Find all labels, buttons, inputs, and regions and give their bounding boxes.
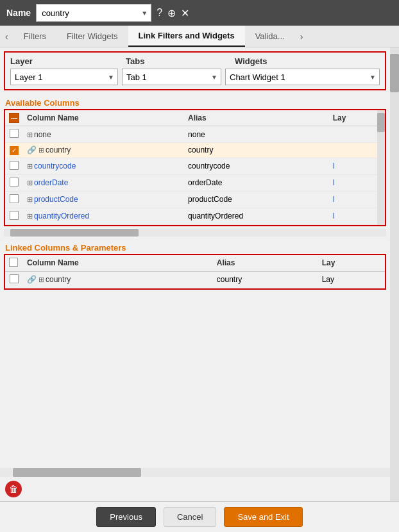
layer-select-wrap[interactable]: Layer 1 <box>10 69 118 85</box>
trash-icon: 🗑 <box>9 484 18 494</box>
delete-button[interactable]: 🗑 <box>5 481 22 497</box>
main-scroll-content: Layer Tabs Widgets Layer 1 Tab 1 C <box>0 47 390 501</box>
avail-col-check-cell[interactable] <box>5 126 23 143</box>
available-cols-header-lay: Lay <box>329 110 377 126</box>
header-icons: ? ⊕ ✕ <box>157 7 189 19</box>
avail-col-checkbox[interactable] <box>10 211 19 220</box>
avail-col-name-cell: ⊞countrycode <box>23 158 184 174</box>
name-select-wrap[interactable]: country <box>36 4 151 22</box>
move-icon[interactable]: ⊕ <box>167 7 176 19</box>
help-icon[interactable]: ? <box>157 7 162 19</box>
cancel-button[interactable]: Cancel <box>164 507 216 527</box>
col-name-text: quantityOrdered <box>34 212 89 220</box>
avail-col-checkbox[interactable] <box>10 161 19 170</box>
lay-value: l <box>333 178 335 187</box>
linked-columns-table-container: Column Name Alias Lay 🔗⊞countrycountryLa… <box>4 254 386 290</box>
avail-col-name-cell: 🔗⊞country <box>23 143 184 158</box>
layer-select[interactable]: Layer 1 <box>10 69 118 85</box>
col-type-icon: ⊞ <box>27 179 33 187</box>
close-icon[interactable]: ✕ <box>181 7 189 19</box>
col-name-text: country <box>46 275 71 284</box>
selectors-row: Layer 1 Tab 1 Chart Widget 1 <box>10 69 380 85</box>
linked-columns-title: Linked Columns & Parameters <box>0 239 390 254</box>
available-col-row: ⊞nonenone <box>5 126 377 143</box>
tab-valida[interactable]: Valida... <box>245 26 295 46</box>
avail-col-lay-cell: l <box>329 174 377 191</box>
col-type-icon: ⊞ <box>27 195 33 203</box>
avail-col-lay-cell: l <box>329 191 377 208</box>
main-wrapper: Layer Tabs Widgets Layer 1 Tab 1 C <box>0 47 399 501</box>
avail-col-check-cell[interactable] <box>5 174 23 191</box>
linked-col-checkbox[interactable] <box>10 274 19 283</box>
bottom-hscroll-thumb <box>13 468 141 477</box>
avail-col-lay-cell: l <box>329 158 377 174</box>
tabs-bar: ‹ Filters Filter Widgets Link Filters an… <box>0 26 399 47</box>
widgets-select-wrap[interactable]: Chart Widget 1 <box>225 69 380 85</box>
tabs-select-wrap[interactable]: Tab 1 <box>122 69 221 85</box>
linked-cols-header-name: Column Name <box>23 255 213 272</box>
linked-cols-header-check <box>5 255 23 272</box>
col-name-text: countrycode <box>34 162 76 170</box>
tab-left-arrow[interactable]: ‹ <box>0 26 13 47</box>
avail-col-name-cell: ⊞none <box>23 126 184 143</box>
widgets-select[interactable]: Chart Widget 1 <box>225 69 380 85</box>
available-cols-header-row: Column Name Alias Lay <box>5 110 377 126</box>
available-cols-header-check <box>5 110 23 126</box>
name-dropdown[interactable]: country <box>36 4 151 22</box>
linked-header-checkbox[interactable] <box>9 258 18 267</box>
lay-value: l <box>333 212 335 220</box>
avail-col-lay-cell: l <box>329 208 377 224</box>
available-columns-table: Column Name Alias Lay ⊞nonenone🔗⊞country… <box>5 110 377 225</box>
col-type-icon: ⊞ <box>27 212 33 220</box>
selectors-section: Layer Tabs Widgets Layer 1 Tab 1 C <box>4 51 386 90</box>
avail-cols-hscroll[interactable] <box>4 229 386 237</box>
avail-col-checkbox[interactable] <box>10 178 19 187</box>
avail-col-checkbox[interactable] <box>10 146 19 155</box>
save-exit-button[interactable]: Save and Exit <box>224 507 302 527</box>
tab-link-filters[interactable]: Link Filters and Widgets <box>128 26 245 47</box>
col-name-text: productCode <box>34 195 78 204</box>
avail-cols-scrollbar[interactable] <box>377 110 385 225</box>
selectors-labels: Layer Tabs Widgets <box>10 56 380 66</box>
avail-col-name-cell: ⊞quantityOrdered <box>23 208 184 224</box>
header-checkbox[interactable] <box>9 113 19 123</box>
available-cols-header-alias: Alias <box>184 110 329 126</box>
bottom-hscroll[interactable] <box>0 468 390 477</box>
avail-col-checkbox[interactable] <box>10 129 19 138</box>
avail-col-name-cell: ⊞productCode <box>23 191 184 208</box>
footer: Previous Cancel Save and Exit <box>0 501 399 532</box>
col-type-icon: ⊞ <box>27 162 33 170</box>
tab-right-arrow[interactable]: › <box>295 26 309 47</box>
linked-col-alias-cell: country <box>213 271 318 288</box>
avail-col-alias-cell: orderDate <box>184 174 329 191</box>
previous-button[interactable]: Previous <box>96 507 156 527</box>
avail-col-alias-cell: productCode <box>184 191 329 208</box>
col-type-icon: ⊞ <box>27 131 33 138</box>
available-columns-table-container: Column Name Alias Lay ⊞nonenone🔗⊞country… <box>4 109 386 226</box>
avail-col-check-cell[interactable] <box>5 191 23 208</box>
avail-col-check-cell[interactable] <box>5 143 23 158</box>
avail-col-checkbox[interactable] <box>10 194 19 203</box>
tab-filter-widgets[interactable]: Filter Widgets <box>56 26 128 46</box>
tabs-select[interactable]: Tab 1 <box>122 69 221 85</box>
available-columns-title: Available Columns <box>0 94 390 109</box>
avail-col-alias-cell: quantityOrdered <box>184 208 329 224</box>
linked-cols-header-lay: Lay <box>318 255 385 272</box>
avail-col-check-cell[interactable] <box>5 158 23 174</box>
linked-col-check-cell[interactable] <box>5 271 23 288</box>
widgets-label: Widgets <box>235 56 380 66</box>
avail-col-check-cell[interactable] <box>5 208 23 224</box>
available-col-row: 🔗⊞countrycountry <box>5 143 377 158</box>
right-scrollbar[interactable] <box>390 47 399 501</box>
lay-value: l <box>333 162 335 170</box>
avail-cols-scroll-thumb <box>377 113 385 132</box>
available-col-row: ⊞countrycodecountrycodel <box>5 158 377 174</box>
available-col-row: ⊞orderDateorderDatel <box>5 174 377 191</box>
avail-col-alias-cell: country <box>184 143 329 158</box>
layer-label: Layer <box>10 56 126 66</box>
tab-filters[interactable]: Filters <box>13 26 56 46</box>
available-col-row: ⊞quantityOrderedquantityOrderedl <box>5 208 377 224</box>
link-icon: 🔗 <box>27 275 37 284</box>
col-type-icon: ⊞ <box>38 146 44 154</box>
linked-columns-table: Column Name Alias Lay 🔗⊞countrycountryLa… <box>5 255 385 288</box>
